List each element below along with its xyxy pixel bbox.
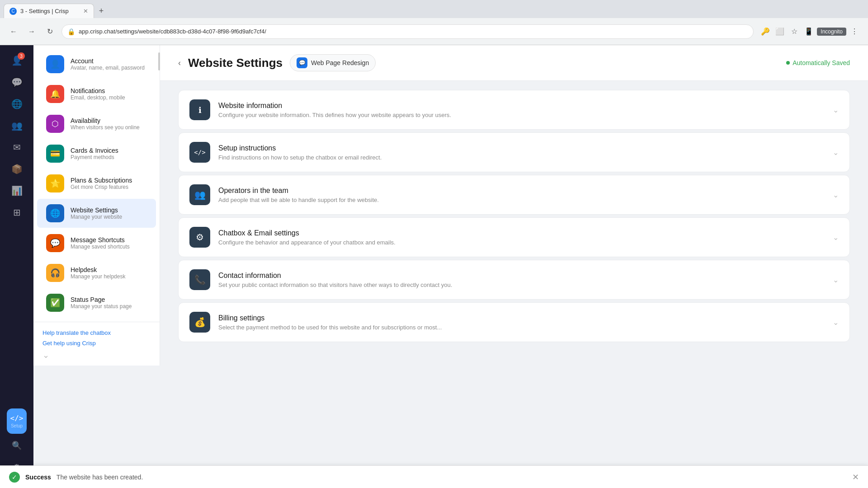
- billing-text: Billing settings Select the payment meth…: [218, 314, 825, 331]
- helpdesk-nav-icon: 🎧: [46, 264, 64, 282]
- setup-text: Setup instructions Find instructions on …: [218, 144, 825, 161]
- helpdesk-nav-text: Helpdesk Manage your helpdesk: [71, 266, 125, 280]
- account-nav-text: Account Avatar, name, email, password: [71, 57, 145, 71]
- success-toast: ✓ Success The website has been created. …: [0, 465, 868, 488]
- website-info-icon: ℹ: [189, 99, 210, 120]
- status-nav-text: Status Page Manage your status page: [71, 296, 132, 310]
- bookmark-star-icon[interactable]: ☆: [788, 25, 801, 38]
- settings-list: ℹ Website information Configure your web…: [160, 81, 868, 488]
- scroll-down-icon[interactable]: ⌄: [42, 350, 151, 360]
- website-info-chevron: ⌄: [833, 106, 839, 114]
- sidebar-users-btn[interactable]: 👥: [7, 116, 27, 136]
- website-chip[interactable]: 💬 Web Page Redesign: [290, 54, 376, 71]
- nav-item-notifications[interactable]: 🔔 Notifications Email, desktop, mobile: [37, 80, 156, 108]
- forward-nav-btn[interactable]: →: [25, 25, 38, 38]
- chatbox-desc: Configure the behavior and appearance of…: [218, 239, 825, 246]
- setup-desc: Find instructions on how to setup the ch…: [218, 154, 825, 161]
- availability-nav-icon: ⬡: [46, 115, 64, 133]
- shortcuts-nav-text: Message Shortcuts Manage saved shortcuts: [71, 236, 130, 250]
- settings-card-operators[interactable]: 👥 Operators in the team Add people that …: [178, 175, 850, 215]
- contact-title: Contact information: [218, 272, 825, 280]
- contact-chevron: ⌄: [833, 276, 839, 284]
- nav-scrollbar: [158, 52, 160, 70]
- operators-title: Operators in the team: [218, 187, 825, 195]
- website-info-text: Website information Configure your websi…: [218, 102, 825, 118]
- sidebar-avatar-btn[interactable]: 👤 3: [7, 51, 27, 70]
- contact-desc: Set your public contact information so t…: [218, 282, 825, 288]
- sidebar-box-btn[interactable]: 📦: [7, 159, 27, 179]
- page-title: Website Settings: [188, 56, 283, 70]
- nav-item-plans[interactable]: ⭐ Plans & Subscriptions Get more Crisp f…: [37, 169, 156, 198]
- setup-chevron: ⌄: [833, 148, 839, 157]
- contact-card-icon: 📞: [189, 269, 210, 290]
- settings-card-contact[interactable]: 📞 Contact information Set your public co…: [178, 260, 850, 300]
- cast-icon[interactable]: ⬜: [774, 25, 786, 38]
- website-info-title: Website information: [218, 102, 825, 110]
- reload-btn[interactable]: ↻: [43, 25, 56, 38]
- sidebar-setup-btn[interactable]: </> Setup: [7, 408, 27, 434]
- notifications-nav-icon: 🔔: [46, 85, 64, 103]
- active-tab[interactable]: C 3 - Settings | Crisp ✕: [4, 4, 94, 18]
- chatbox-title: Chatbox & Email settings: [218, 229, 825, 237]
- chatbox-card-icon: ⚙: [189, 227, 210, 248]
- help-crisp-link[interactable]: Get help using Crisp: [42, 338, 151, 348]
- password-icon[interactable]: 🔑: [759, 25, 772, 38]
- sidebar-chart-btn[interactable]: 📊: [7, 181, 27, 201]
- sidebar-globe-btn[interactable]: 🌐: [7, 94, 27, 114]
- back-nav-btn[interactable]: ←: [7, 25, 20, 38]
- chatbox-text: Chatbox & Email settings Configure the b…: [218, 229, 825, 246]
- auto-saved-dot: [786, 61, 790, 65]
- more-menu-icon[interactable]: ⋮: [848, 25, 861, 38]
- status-nav-icon: ✅: [46, 294, 64, 312]
- operators-desc: Add people that will be able to handle s…: [218, 197, 825, 203]
- nav-item-shortcuts[interactable]: 💬 Message Shortcuts Manage saved shortcu…: [37, 229, 156, 258]
- settings-card-chatbox[interactable]: ⚙ Chatbox & Email settings Configure the…: [178, 217, 850, 257]
- new-tab-btn[interactable]: +: [94, 4, 108, 18]
- billing-title: Billing settings: [218, 314, 825, 322]
- website-settings-nav-icon: 🌐: [46, 204, 64, 222]
- contact-text: Contact information Set your public cont…: [218, 272, 825, 288]
- availability-nav-text: Availability When visitors see you onlin…: [71, 117, 140, 131]
- nav-item-helpdesk[interactable]: 🎧 Helpdesk Manage your helpdesk: [37, 258, 156, 287]
- nav-item-website-settings[interactable]: 🌐 Website Settings Manage your website: [37, 199, 156, 228]
- translate-chatbox-link[interactable]: Help translate the chatbox: [42, 328, 151, 338]
- shortcuts-nav-icon: 💬: [46, 234, 64, 252]
- toast-close-btn[interactable]: ✕: [852, 472, 859, 482]
- tab-favicon: C: [9, 8, 17, 15]
- operators-chevron: ⌄: [833, 191, 839, 199]
- nav-item-status[interactable]: ✅ Status Page Manage your status page: [37, 288, 156, 317]
- cards-nav-icon: 💳: [46, 145, 64, 163]
- incognito-badge: Incognito: [817, 28, 846, 36]
- settings-card-setup[interactable]: </> Setup instructions Find instructions…: [178, 132, 850, 172]
- lock-icon: 🔒: [67, 28, 75, 35]
- notification-badge: 3: [18, 52, 25, 60]
- toast-success-icon: ✓: [9, 472, 20, 483]
- address-bar[interactable]: 🔒 app.crisp.chat/settings/website/cdb883…: [61, 24, 754, 39]
- nav-item-availability[interactable]: ⬡ Availability When visitors see you onl…: [37, 109, 156, 138]
- plans-nav-icon: ⭐: [46, 174, 64, 192]
- settings-card-website-info[interactable]: ℹ Website information Configure your web…: [178, 90, 850, 130]
- icon-sidebar: 👤 3 💬 🌐 👥 ✉ 📦 📊 ⊞ </> Setup: [0, 45, 33, 488]
- operators-text: Operators in the team Add people that wi…: [218, 187, 825, 203]
- sidebar-chat-btn[interactable]: 💬: [7, 72, 27, 92]
- settings-card-billing[interactable]: 💰 Billing settings Select the payment me…: [178, 302, 850, 342]
- toast-message: The website has been created.: [57, 474, 143, 481]
- tab-close-btn[interactable]: ✕: [83, 8, 88, 14]
- sidebar-grid-btn[interactable]: ⊞: [7, 202, 27, 222]
- setup-title: Setup instructions: [218, 144, 825, 152]
- main-content: ‹ Website Settings 💬 Web Page Redesign A…: [160, 45, 868, 488]
- website-settings-nav-text: Website Settings Manage your website: [71, 206, 122, 220]
- notifications-nav-text: Notifications Email, desktop, mobile: [71, 87, 125, 101]
- back-btn[interactable]: ‹: [178, 58, 181, 68]
- website-chip-name: Web Page Redesign: [311, 59, 369, 66]
- left-nav: 👤 Account Avatar, name, email, password …: [33, 45, 160, 366]
- nav-item-account[interactable]: 👤 Account Avatar, name, email, password: [37, 50, 156, 79]
- devices-icon[interactable]: 📱: [802, 25, 815, 38]
- plans-nav-text: Plans & Subscriptions Get more Crisp fea…: [71, 177, 132, 190]
- billing-card-icon: 💰: [189, 312, 210, 333]
- chatbox-chevron: ⌄: [833, 233, 839, 242]
- toast-title: Success: [25, 474, 51, 481]
- sidebar-search-btn[interactable]: 🔍: [7, 436, 27, 455]
- nav-item-cards[interactable]: 💳 Cards & Invoices Payment methods: [37, 139, 156, 168]
- sidebar-send-btn[interactable]: ✉: [7, 137, 27, 157]
